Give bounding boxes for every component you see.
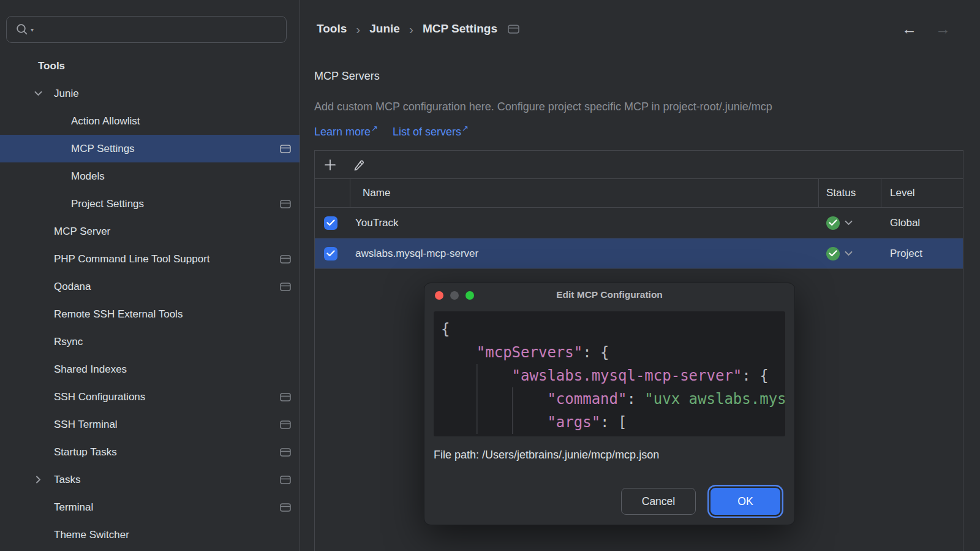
sidebar-item-label: Models bbox=[71, 170, 105, 183]
breadcrumb-item-mcp-settings[interactable]: MCP Settings bbox=[423, 22, 497, 36]
column-header-name: Name bbox=[350, 179, 819, 207]
sidebar-item-label: Startup Tasks bbox=[54, 446, 117, 458]
status-ok-icon bbox=[826, 247, 840, 260]
close-window-icon[interactable] bbox=[435, 291, 443, 300]
link-list-of-servers[interactable]: List of servers↗ bbox=[393, 124, 469, 139]
minimize-window-icon[interactable] bbox=[450, 291, 459, 300]
back-arrow-icon[interactable]: ← bbox=[902, 20, 917, 38]
server-level-cell: Global bbox=[881, 217, 963, 229]
sidebar-item-qodana[interactable]: Qodana bbox=[0, 273, 300, 300]
server-status-cell bbox=[819, 247, 881, 260]
server-enabled-checkbox[interactable] bbox=[324, 216, 337, 230]
sidebar-item-label: Project Settings bbox=[71, 198, 144, 210]
column-header-status: Status bbox=[819, 179, 881, 207]
forward-arrow-icon[interactable]: → bbox=[935, 20, 951, 38]
code-token: "uvx awslabs.mysq bbox=[644, 390, 785, 408]
indent-guide bbox=[512, 387, 548, 411]
server-status-cell bbox=[819, 216, 881, 230]
code-line: "awslabs.mysql-mcp-server": { bbox=[441, 364, 785, 387]
sidebar-item-label: SSH Configurations bbox=[54, 391, 145, 403]
sidebar-item-label: Theme Switcher bbox=[54, 529, 129, 541]
ok-button[interactable]: OK bbox=[710, 488, 780, 515]
sidebar-item-project-settings[interactable]: Project Settings bbox=[0, 190, 300, 218]
indent-guide bbox=[477, 387, 512, 411]
cancel-button[interactable]: Cancel bbox=[621, 488, 696, 515]
settings-sidebar: ▾ ToolsJunieAction AllowlistMCP Settings… bbox=[0, 0, 300, 551]
sidebar-item-label: Remote SSH External Tools bbox=[54, 308, 183, 321]
enabled-cell bbox=[315, 216, 350, 230]
indent-space bbox=[441, 387, 477, 411]
column-header-checkbox bbox=[315, 179, 350, 207]
sidebar-item-theme-switcher[interactable]: Theme Switcher bbox=[0, 521, 300, 549]
code-token: "awslabs.mysql-mcp-server" bbox=[512, 367, 742, 384]
sidebar-item-label: MCP Server bbox=[54, 226, 110, 238]
sidebar-item-action-allowlist[interactable]: Action Allowlist bbox=[0, 107, 300, 135]
server-enabled-checkbox[interactable] bbox=[324, 247, 337, 260]
help-links: Learn more↗List of servers↗ bbox=[314, 124, 469, 139]
indent-space bbox=[441, 341, 477, 364]
sidebar-item-tools[interactable]: Tools bbox=[0, 52, 300, 80]
chevron-down-icon[interactable] bbox=[845, 220, 853, 226]
link-learn-more[interactable]: Learn more↗ bbox=[314, 124, 378, 139]
breadcrumb-item-junie[interactable]: Junie bbox=[369, 22, 400, 36]
breadcrumb-item-tools[interactable]: Tools bbox=[317, 22, 347, 36]
search-filter-caret-icon[interactable]: ▾ bbox=[31, 26, 34, 33]
sidebar-item-rsync[interactable]: Rsync bbox=[0, 328, 300, 355]
code-token: : [ bbox=[600, 414, 627, 431]
dialog-title: Edit MCP Configuration bbox=[556, 289, 663, 300]
table-row-awslabs-mysql-mcp-server[interactable]: awslabs.mysql-mcp-serverProject bbox=[315, 238, 963, 269]
code-token: "args" bbox=[547, 414, 600, 431]
settings-window-icon bbox=[280, 448, 291, 457]
sidebar-item-php-command-line-tool-support[interactable]: PHP Command Line Tool Support bbox=[0, 245, 300, 273]
sidebar-item-label: Action Allowlist bbox=[71, 115, 140, 127]
sidebar-item-label: PHP Command Line Tool Support bbox=[54, 253, 210, 265]
zoom-window-icon[interactable] bbox=[466, 291, 474, 300]
dialog-titlebar[interactable]: Edit MCP Configuration bbox=[424, 283, 794, 306]
sidebar-item-label: Rsync bbox=[54, 336, 83, 348]
sidebar-item-shared-indexes[interactable]: Shared Indexes bbox=[0, 355, 300, 383]
sidebar-item-terminal[interactable]: Terminal bbox=[0, 493, 300, 521]
page-title: MCP Servers bbox=[314, 70, 380, 83]
chevron-right-icon[interactable] bbox=[34, 477, 54, 482]
sidebar-item-label: Terminal bbox=[54, 501, 93, 514]
indent-guide bbox=[477, 411, 512, 434]
chevron-down-icon[interactable] bbox=[34, 91, 54, 96]
settings-search-box[interactable]: ▾ bbox=[6, 16, 287, 43]
settings-search-input[interactable] bbox=[35, 23, 286, 36]
sidebar-item-mcp-server[interactable]: MCP Server bbox=[0, 218, 300, 245]
mcp-settings-screen: { "colors": { "accent_blue": "#3574f0", … bbox=[0, 0, 980, 551]
code-token: { bbox=[441, 321, 450, 338]
sidebar-item-startup-tasks[interactable]: Startup Tasks bbox=[0, 438, 300, 466]
pencil-icon bbox=[353, 159, 365, 171]
sidebar-item-label: MCP Settings bbox=[71, 143, 135, 155]
sidebar-item-remote-ssh-external-tools[interactable]: Remote SSH External Tools bbox=[0, 300, 300, 328]
file-path-label: File path: /Users/jetbrains/.junie/mcp/m… bbox=[434, 449, 785, 462]
chevron-down-icon[interactable] bbox=[845, 251, 853, 256]
edit-server-button[interactable] bbox=[353, 159, 365, 171]
sidebar-item-junie[interactable]: Junie bbox=[0, 80, 300, 107]
settings-window-icon bbox=[280, 476, 291, 484]
page-description: Add custom MCP configuration here. Confi… bbox=[314, 101, 772, 113]
search-icon bbox=[15, 23, 29, 36]
settings-tree: ToolsJunieAction AllowlistMCP SettingsMo… bbox=[0, 52, 300, 549]
code-line: "mcpServers": { bbox=[441, 341, 785, 364]
link-label: Learn more bbox=[314, 126, 371, 138]
code-token: "mcpServers" bbox=[477, 344, 582, 361]
breadcrumb: Tools›Junie›MCP Settings bbox=[317, 20, 519, 38]
table-header: NameStatusLevel bbox=[315, 179, 963, 208]
code-line: "args": [ bbox=[441, 411, 785, 434]
sidebar-item-tasks[interactable]: Tasks bbox=[0, 466, 300, 493]
sidebar-item-ssh-configurations[interactable]: SSH Configurations bbox=[0, 383, 300, 411]
settings-window-icon bbox=[508, 25, 519, 34]
add-server-button[interactable] bbox=[324, 159, 336, 171]
table-row-youtrack[interactable]: YouTrackGlobal bbox=[315, 208, 963, 238]
code-token: : { bbox=[582, 344, 609, 361]
sidebar-item-mcp-settings[interactable]: MCP Settings bbox=[0, 135, 300, 162]
sidebar-item-models[interactable]: Models bbox=[0, 162, 300, 190]
json-config-editor[interactable]: {"mcpServers": {"awslabs.mysql-mcp-serve… bbox=[434, 311, 785, 436]
settings-window-icon bbox=[280, 420, 291, 429]
indent-space bbox=[441, 364, 477, 387]
server-level-cell: Project bbox=[881, 248, 963, 260]
sidebar-item-ssh-terminal[interactable]: SSH Terminal bbox=[0, 411, 300, 438]
sidebar-item-label: Junie bbox=[54, 88, 79, 100]
